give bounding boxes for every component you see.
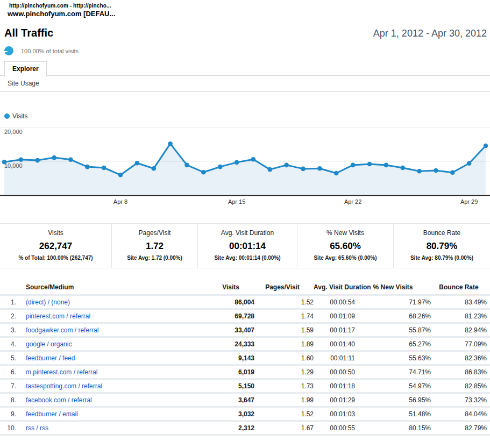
data-point[interactable] [317,166,322,171]
visits-cell: 86,004 [201,298,254,306]
table-row: 9.feedburner / email3,0321.5200:01:0351.… [0,408,490,422]
metric-subtext: Site Avg: 80.79% (0.00%) [394,255,490,261]
sources-table: Source/Medium Visits Pages/Visit Avg. Vi… [0,280,490,436]
row-rank: 5. [0,354,16,362]
visits-series-dot-icon [4,113,10,119]
metric-label: Bounce Rate [394,229,490,237]
visits-cell: 3,647 [201,396,254,404]
data-point[interactable] [251,157,256,162]
data-point[interactable] [450,170,455,175]
visits-cell: 5,150 [201,382,254,390]
source-medium-link[interactable]: facebook.com / referral [26,396,92,404]
data-point[interactable] [367,162,372,167]
data-point[interactable] [400,166,405,170]
visits-chart-svg[interactable]: 10,00020,000Apr 8Apr 15Apr 22Apr 29 [0,122,490,207]
table-row: 6.m.pinterest.com / referral6,0191.2900:… [0,366,490,380]
row-rank: 4. [0,340,16,348]
row-rank: 10. [0,424,16,432]
data-point[interactable] [85,165,90,169]
date-range-selector[interactable]: Apr 1, 2012 - Apr 30, 2012 [373,28,487,39]
data-point[interactable] [2,160,7,165]
table-row: 10.rss / rss2,3121.6700:00:5580.15%82.79… [0,422,490,436]
data-point[interactable] [201,170,206,175]
metric-value: 1.72 [112,241,197,252]
data-point[interactable] [384,163,389,168]
data-point[interactable] [284,163,289,168]
data-point[interactable] [351,163,356,168]
data-point[interactable] [135,161,140,166]
source-medium-link[interactable]: feedburner / feed [26,354,75,362]
table-row: 8.facebook.com / referral3,6471.9900:01:… [0,394,490,408]
data-point[interactable] [235,160,239,165]
data-point[interactable] [467,161,472,166]
data-point[interactable] [168,141,173,146]
source-medium-link[interactable]: google / organic [26,340,72,348]
avg-visit-duration-cell: 00:01:17 [314,326,355,334]
data-point[interactable] [35,158,40,163]
avg-visit-duration-cell: 00:01:40 [314,340,355,348]
data-point[interactable] [52,155,56,160]
source-medium-link[interactable]: pinterest.com / referral [26,312,90,320]
y-axis-tick-label: 20,000 [4,129,23,135]
percent-new-visits-cell: 51.48% [355,410,431,418]
data-point[interactable] [118,173,123,177]
visits-timeline-chart[interactable]: 10,00020,000Apr 8Apr 15Apr 22Apr 29 [0,122,490,209]
data-point[interactable] [184,163,189,168]
data-point[interactable] [218,165,223,169]
source-medium-cell: rss / rss [16,424,201,432]
subnav-site-usage[interactable]: Site Usage [8,80,39,87]
metric-label: Pages/Visit [112,229,197,237]
data-point[interactable] [334,171,339,176]
source-medium-link[interactable]: feedburner / email [26,410,78,418]
source-medium-link[interactable]: rss / rss [26,424,48,432]
data-point[interactable] [68,158,73,162]
pages-per-visit-cell: 1.29 [254,368,314,376]
column-header-source-medium[interactable]: Source/Medium [16,283,201,291]
percent-new-visits-cell: 65.27% [355,340,431,348]
column-header-new-visits[interactable]: % New Visits [355,283,431,291]
source-medium-link[interactable]: (direct) / (none) [26,298,70,306]
source-medium-link[interactable]: foodgawker.com / referral [26,326,98,334]
x-axis-tick-label: Apr 29 [460,198,478,205]
bounce-rate-cell: 86.83% [431,368,487,376]
data-point[interactable] [19,158,24,162]
column-header-visits[interactable]: Visits [201,283,254,291]
data-point[interactable] [102,166,106,170]
percent-new-visits-cell: 54.97% [355,382,431,390]
visits-cell: 6,019 [201,368,254,376]
visits-cell: 24,333 [201,340,254,348]
data-point[interactable] [152,166,157,171]
chart-legend[interactable]: Visits [4,112,490,120]
column-header-avg-visit-duration[interactable]: Avg. Visit Duration [314,283,355,291]
source-medium-cell: pinterest.com / referral [16,312,201,320]
pages-per-visit-cell: 1.59 [254,326,314,334]
row-rank: 1. [0,298,16,306]
visits-cell: 3,032 [201,410,254,418]
source-medium-link[interactable]: tastespotting.com / referral [26,382,102,390]
pages-per-visit-cell: 1.74 [254,312,314,320]
metric-subtext: Site Avg: 00:01:14 (0.00%) [198,255,297,261]
profile-name-line: www.pinchofyum.com [DEFAU... [0,10,490,18]
column-header-bounce-rate[interactable]: Bounce Rate [431,283,487,291]
bounce-rate-cell: 82.79% [431,424,487,432]
row-rank: 9. [0,410,16,418]
percent-new-visits-cell: 68.26% [355,312,431,320]
x-axis-tick-label: Apr 22 [344,198,361,205]
source-medium-link[interactable]: m.pinterest.com / referral [26,368,97,376]
data-point[interactable] [268,167,273,172]
row-rank: 3. [0,326,16,334]
row-rank: 7. [0,382,16,390]
data-point[interactable] [417,169,422,174]
metric-avg-visit-duration: Avg. Visit Duration 00:01:14 Site Avg: 0… [198,224,297,268]
table-body: 1.(direct) / (none)86,0041.5200:00:5471.… [0,296,490,436]
y-axis-tick-label: 10,000 [4,162,23,169]
table-row: 3.foodgawker.com / referral33,4071.5900:… [0,324,490,338]
data-point[interactable] [484,144,488,148]
table-row: 5.feedburner / feed9,1431.6000:01:1155.6… [0,352,490,366]
column-header-pages-visit[interactable]: Pages/Visit [254,283,314,291]
data-point[interactable] [434,168,438,173]
source-medium-cell: google / organic [16,340,201,348]
tab-explorer[interactable]: Explorer [4,61,47,77]
data-point[interactable] [301,167,306,172]
avg-visit-duration-cell: 00:00:50 [314,368,355,376]
